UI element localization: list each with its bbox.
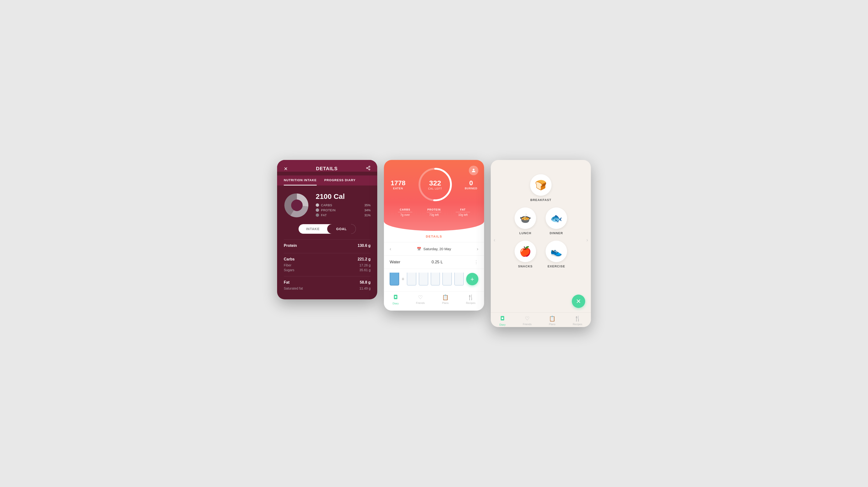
burned-value: 0 <box>465 179 477 187</box>
macro-carbs: CARBS 7g over <box>398 208 412 217</box>
dinner-circle: 🐟 <box>546 207 567 229</box>
add-glass-icon: + <box>402 276 405 282</box>
add-water-button[interactable]: + <box>466 273 478 285</box>
protein-name: Protein <box>284 244 297 248</box>
lunch-dinner-row: 🍲 LUNCH 🐟 DINNER <box>515 207 567 235</box>
cal-circle-center: 322 CAL LEFT <box>428 179 442 190</box>
screen3-plans-label: Plans <box>549 323 556 325</box>
svg-line-3 <box>368 168 369 169</box>
macro-fat-name: FAT <box>456 208 470 211</box>
diary-label: Diary <box>393 302 399 305</box>
glass-3[interactable] <box>419 273 428 286</box>
lunch-item[interactable]: 🍲 LUNCH <box>515 207 536 235</box>
macro-fat-sub: 10g left <box>456 213 470 217</box>
nav-plans[interactable]: 📋 Plans <box>442 294 449 305</box>
plans-icon: 📋 <box>442 294 448 300</box>
glass-1-filled[interactable] <box>390 273 399 286</box>
next-date-arrow[interactable]: › <box>477 246 478 252</box>
carbs-label: CARBS <box>321 203 363 207</box>
glass-4[interactable] <box>431 273 440 286</box>
water-menu-icon[interactable]: ⋮ <box>474 259 478 265</box>
pie-chart <box>284 192 310 219</box>
macro-protein-sub: 73g left <box>427 213 441 217</box>
plans-label: Plans <box>442 302 449 304</box>
saturated-fat-row: Saturated fat 11.49 g <box>284 286 371 291</box>
screen3-nav-plans[interactable]: 📋 Plans <box>549 316 556 326</box>
nutrient-protein-main: Protein 130.6 g <box>284 244 371 248</box>
saturated-fat-name: Saturated fat <box>284 286 303 290</box>
screen3-nav-diary[interactable]: Diary <box>499 316 505 326</box>
glass-6[interactable] <box>454 273 464 286</box>
carbs-pct: 35% <box>364 203 371 207</box>
cal-left-label: CAL LEFT <box>428 187 442 190</box>
date-value: Saturday, 20 May <box>423 247 451 251</box>
legend-fat: FAT 31% <box>316 213 371 217</box>
goal-button[interactable]: GOAL <box>327 224 356 234</box>
glass-2[interactable] <box>407 273 416 286</box>
svg-point-5 <box>291 200 303 211</box>
share-button[interactable] <box>366 166 371 172</box>
calendar-icon: 📅 <box>417 247 421 251</box>
screen2-bottom: DETAILS ‹ 📅 Saturday, 20 May › Water 0.2… <box>384 231 484 311</box>
intake-button[interactable]: INTAKE <box>299 224 327 234</box>
screen3-nav-recipes[interactable]: 🍴 Recipes <box>573 316 582 326</box>
close-button[interactable]: ✕ <box>284 166 288 172</box>
dinner-item[interactable]: 🐟 DINNER <box>546 207 567 235</box>
screen3-friends-icon: ♡ <box>525 316 530 322</box>
screen3-diary-label: Diary <box>499 323 505 326</box>
water-row: Water 0.25 L ⋮ <box>384 256 484 269</box>
protein-pct: 34% <box>364 208 371 212</box>
screen3-left-arrow[interactable]: ‹ <box>491 235 498 245</box>
breakfast-circle: 🍞 <box>530 174 552 196</box>
carbs-name: Carbs <box>284 257 294 261</box>
water-label: Water <box>390 260 400 264</box>
profile-icon[interactable] <box>469 166 478 175</box>
eaten-section: 1778 EATEN <box>391 179 405 190</box>
screen1-tabs: NUTRITION INTAKE PROGRESS DIARY <box>277 175 377 185</box>
carbs-dot <box>316 203 319 207</box>
details-label: DETAILS <box>384 231 484 242</box>
burned-section: 0 BURNED <box>465 179 477 190</box>
tab-nutrition-intake[interactable]: NUTRITION INTAKE <box>284 175 317 185</box>
glass-5[interactable] <box>442 273 452 286</box>
svg-point-6 <box>473 169 474 170</box>
snacks-label: SNACKS <box>518 264 533 268</box>
carbs-value: 221.2 g <box>358 257 371 261</box>
close-meals-button[interactable]: ✕ <box>572 294 585 308</box>
tab-progress-diary[interactable]: PROGRESS DIARY <box>324 175 355 185</box>
screen3-nav-friends[interactable]: ♡ Friends <box>523 316 532 326</box>
breakfast-item[interactable]: 🍞 BREAKFAST <box>530 174 552 202</box>
nav-diary[interactable]: Diary <box>393 294 399 305</box>
intake-goal-toggle: INTAKE GOAL <box>299 224 356 234</box>
breakfast-label: BREAKFAST <box>530 198 551 202</box>
svg-line-4 <box>368 167 369 168</box>
nutrient-fat-main: Fat 58.8 g <box>284 280 371 285</box>
protein-value: 130.6 g <box>358 244 371 248</box>
screen3-body: 🍞 BREAKFAST 🍲 LUNCH 🐟 DINNER <box>491 160 591 327</box>
macro-protein-name: PROTEIN <box>427 208 441 211</box>
sugars-name: Sugars <box>284 268 294 272</box>
chart-row: 2100 Cal CARBS 35% PROTEIN 34% FAT <box>284 192 371 219</box>
screen1-body: 2100 Cal CARBS 35% PROTEIN 34% FAT <box>277 185 377 299</box>
screen3-right-arrow[interactable]: › <box>584 235 591 245</box>
nav-friends[interactable]: ♡ Friends <box>416 294 425 305</box>
screen3-nav-arrows: ‹ › <box>491 235 591 245</box>
screen2-nav: Diary ♡ Friends 📋 Plans 🍴 Recipes <box>384 291 484 306</box>
fiber-row: Fiber 17.26 g <box>284 263 371 267</box>
legend-protein: PROTEIN 34% <box>316 208 371 212</box>
screen3-friends-label: Friends <box>523 323 532 325</box>
friends-label: Friends <box>416 302 425 304</box>
burned-label: BURNED <box>465 187 477 190</box>
dinner-label: DINNER <box>550 231 563 235</box>
nutrient-carbs-section: Carbs 221.2 g Fiber 17.26 g Sugars 35.61… <box>284 253 371 276</box>
date-nav: ‹ 📅 Saturday, 20 May › <box>384 242 484 256</box>
prev-date-arrow[interactable]: ‹ <box>390 246 391 252</box>
screen2-top: 1778 EATEN 322 CAL LEFT 0 BURNED <box>384 160 484 231</box>
macro-protein: PROTEIN 73g left <box>427 208 441 217</box>
lunch-label: LUNCH <box>519 231 531 235</box>
fat-pct: 31% <box>364 213 371 217</box>
nav-recipes[interactable]: 🍴 Recipes <box>466 294 475 305</box>
sugars-row: Sugars 35.61 g <box>284 267 371 273</box>
macro-carbs-name: CARBS <box>398 208 412 211</box>
screen3-plans-icon: 📋 <box>549 316 555 322</box>
